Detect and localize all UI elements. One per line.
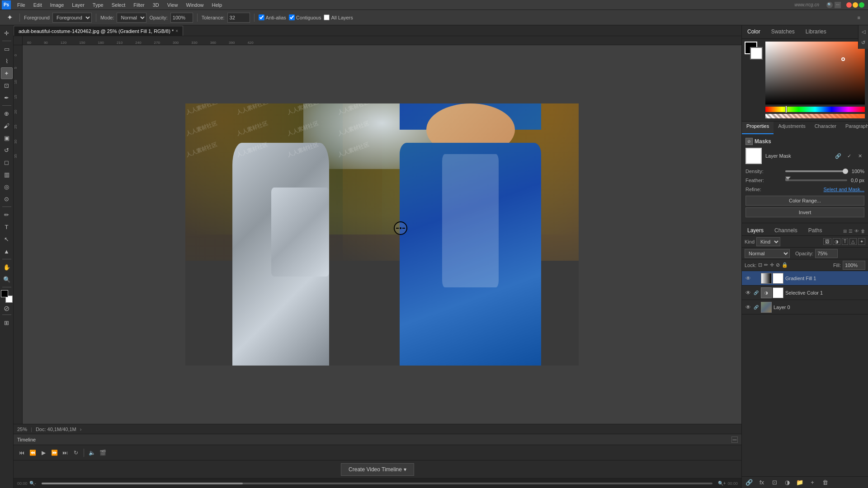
filter-smart-btn[interactable]: ✦ xyxy=(858,238,865,245)
eyedropper-tool[interactable]: ✒ xyxy=(1,92,13,103)
move-tool[interactable]: ✛ xyxy=(1,27,13,39)
fg-bg-color-swatch[interactable] xyxy=(1,290,13,303)
layers-trash-btn[interactable]: 🗑 xyxy=(861,229,865,234)
select-and-mask-btn[interactable]: Select and Mask... xyxy=(824,187,865,192)
layer-item[interactable]: 👁 🔗 Layer 0 xyxy=(742,300,868,314)
alllayers-wrap[interactable]: All Layers xyxy=(324,14,353,20)
heal-tool[interactable]: ⊕ xyxy=(1,108,13,119)
tab-properties[interactable]: Properties xyxy=(742,122,774,134)
feather-slider[interactable] xyxy=(785,179,847,181)
layer-visibility-icon[interactable]: 👁 xyxy=(745,304,752,310)
magic-wand-tool[interactable]: ✦ xyxy=(1,67,13,79)
lasso-tool[interactable]: ⌇ xyxy=(1,55,13,67)
contiguous-checkbox[interactable] xyxy=(289,14,295,20)
new-layer-btn[interactable]: + xyxy=(808,478,817,487)
create-video-btn[interactable]: Create Video Timeline ▾ xyxy=(341,463,414,476)
tab-adjustments[interactable]: Adjustments xyxy=(774,122,810,134)
hand-tool[interactable]: ✋ xyxy=(1,261,13,273)
layers-grid-btn[interactable]: ⊞ xyxy=(843,229,847,234)
alllayers-checkbox[interactable] xyxy=(324,14,330,20)
filter-kind-select[interactable]: Kind xyxy=(756,237,780,246)
quick-mask-btn[interactable]: ⊘ xyxy=(4,304,9,313)
workspace-btn[interactable]: ≡ xyxy=(854,12,864,23)
layer-item[interactable]: 👁 Gradient Fill 1 xyxy=(742,271,868,286)
panel-icon-2[interactable]: ↺ xyxy=(859,38,868,47)
panel-icon-1[interactable]: ◁ xyxy=(859,27,868,36)
mask-apply-btn[interactable]: ✓ xyxy=(844,151,854,160)
menu-help[interactable]: Help xyxy=(208,1,226,9)
layer-visibility-icon[interactable]: 👁 xyxy=(745,275,752,282)
layer-item[interactable]: 👁 🔗 ◑ Selective Color 1 xyxy=(742,286,868,300)
layer-mask-btn[interactable]: ⊡ xyxy=(770,478,779,487)
timeline-zoom-in[interactable]: 🔍+ xyxy=(718,481,726,486)
lock-artboard-btn[interactable]: ⊘ xyxy=(776,262,780,268)
history-tool[interactable]: ↺ xyxy=(1,144,13,156)
link-layers-btn[interactable]: 🔗 xyxy=(745,478,754,487)
tab-paragraph[interactable]: Paragraph xyxy=(841,122,868,134)
tab-layers[interactable]: Layers xyxy=(742,225,769,235)
blend-mode-select[interactable]: Normal xyxy=(745,249,790,258)
menu-view[interactable]: View xyxy=(164,1,182,9)
blur-tool[interactable]: ◎ xyxy=(1,181,13,192)
shape-tool[interactable]: ▲ xyxy=(1,245,13,257)
background-color-chip[interactable] xyxy=(750,47,763,60)
pen-tool[interactable]: ✏ xyxy=(1,209,13,221)
dodge-tool[interactable]: ⊙ xyxy=(1,193,13,205)
adjustment-layer-btn[interactable]: ◑ xyxy=(783,478,792,487)
menu-3d[interactable]: 3D xyxy=(149,1,163,9)
color-gradient-picker[interactable] xyxy=(765,42,865,105)
menu-edit[interactable]: Edit xyxy=(30,1,46,9)
foreground-select[interactable]: Foreground xyxy=(52,13,92,23)
layer-style-btn[interactable]: fx xyxy=(757,478,766,487)
tab-swatches[interactable]: Swatches xyxy=(766,26,800,38)
window-close[interactable] xyxy=(846,2,852,8)
window-maximize[interactable] xyxy=(859,2,864,8)
stamp-tool[interactable]: ▣ xyxy=(1,132,13,144)
gradient-tool[interactable]: ▥ xyxy=(1,169,13,180)
layers-eye-btn[interactable]: 👁 xyxy=(854,229,859,234)
filter-adj-btn[interactable]: ◑ xyxy=(833,238,840,245)
alpha-slider[interactable] xyxy=(765,114,865,118)
step-back-btn[interactable]: ⏪ xyxy=(28,448,37,457)
menu-layer[interactable]: Layer xyxy=(68,1,88,9)
zoom-tool[interactable]: 🔍 xyxy=(1,273,13,285)
eraser-tool[interactable]: ◻ xyxy=(1,156,13,168)
tab-channels[interactable]: Channels xyxy=(769,225,803,235)
menu-file[interactable]: File xyxy=(14,1,29,9)
opacity-value-input[interactable]: 75% xyxy=(815,249,838,258)
filter-text-btn[interactable]: T xyxy=(842,238,848,245)
loop-btn[interactable]: ↻ xyxy=(71,448,80,457)
canvas-wrapper[interactable]: 60 90 120 150 180 210 240 270 300 330 36… xyxy=(14,36,741,424)
timeline-collapse[interactable]: — xyxy=(731,436,738,443)
menu-select[interactable]: Select xyxy=(108,1,129,9)
menu-window[interactable]: Window xyxy=(182,1,207,9)
menu-filter[interactable]: Filter xyxy=(130,1,148,9)
tab-color[interactable]: Color xyxy=(742,26,766,38)
delete-layer-btn[interactable]: 🗑 xyxy=(821,478,830,487)
contiguous-wrap[interactable]: Contiguous xyxy=(289,14,321,20)
play-btn[interactable]: ▶ xyxy=(39,448,48,457)
lock-all-btn[interactable]: 🔒 xyxy=(782,262,788,268)
filter-shape-btn[interactable]: △ xyxy=(849,238,857,245)
more-btn[interactable]: ⋯ xyxy=(835,2,841,8)
screen-mode-btn[interactable]: ⊞ xyxy=(1,317,13,328)
step-forward-btn[interactable]: ⏩ xyxy=(50,448,59,457)
hue-slider[interactable] xyxy=(765,107,865,112)
tab-close-btn[interactable]: × xyxy=(175,28,178,33)
menu-type[interactable]: Type xyxy=(89,1,107,9)
layer-visibility-icon[interactable]: 👁 xyxy=(745,290,752,296)
mode-select[interactable]: Normal xyxy=(117,13,146,23)
color-range-btn[interactable]: Color Range... xyxy=(745,196,864,206)
mask-delete-btn[interactable]: ✕ xyxy=(855,151,864,160)
text-tool[interactable]: T xyxy=(1,221,13,233)
tab-libraries[interactable]: Libraries xyxy=(800,26,832,38)
doc-size-arrow[interactable]: › xyxy=(80,427,82,432)
audio-btn[interactable]: 🔈 xyxy=(87,448,96,457)
layer-mask-thumb[interactable] xyxy=(745,148,762,164)
mask-link-btn[interactable]: 🔗 xyxy=(834,151,843,160)
mute-btn[interactable]: 🎬 xyxy=(98,448,107,457)
antialias-checkbox[interactable] xyxy=(259,14,264,20)
window-minimize[interactable] xyxy=(853,2,858,8)
tolerance-input[interactable] xyxy=(227,13,250,23)
fill-value-input[interactable]: 100% xyxy=(843,261,865,270)
